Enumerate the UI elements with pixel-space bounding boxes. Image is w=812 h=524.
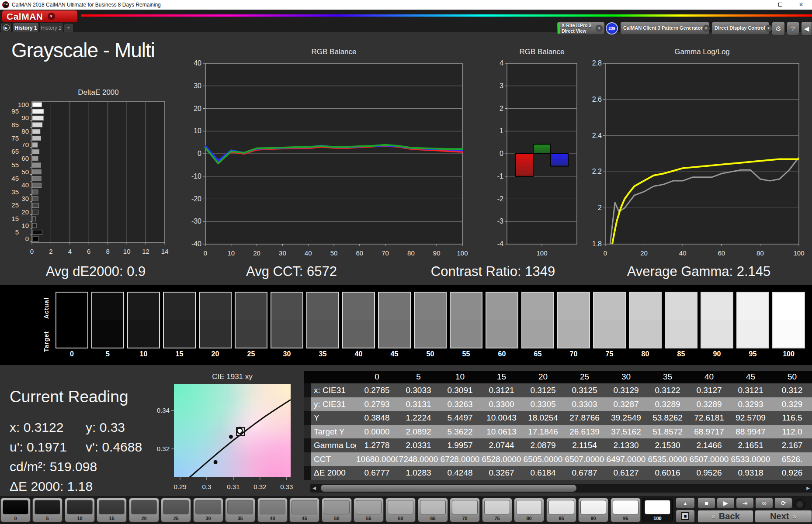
table-cell: 1.2224 — [398, 411, 439, 425]
table-row-label: x: CIE31 — [311, 383, 356, 397]
pattern-level-button-25[interactable]: 25 — [161, 498, 191, 522]
grayscale-swatch-strip: Actual Target 05101520253035404550556065… — [0, 285, 812, 365]
scroll-right-button[interactable]: ▶ — [804, 484, 812, 493]
pattern-level-button-0[interactable]: 0 — [0, 498, 31, 522]
pattern-generator-dropdown[interactable]: CalMAN Client 3 Pattern Generator ▼ — [620, 22, 710, 35]
svg-text:-4: -4 — [497, 240, 503, 248]
svg-text:0.29: 0.29 — [174, 483, 186, 490]
pattern-patch — [35, 500, 60, 514]
pattern-level-button-70[interactable]: 70 — [450, 498, 480, 522]
chevron-down-icon: ▼ — [703, 25, 710, 32]
swatch-label: 90 — [701, 350, 733, 358]
pattern-patch — [131, 500, 157, 514]
pattern-level-label: 15 — [97, 516, 126, 521]
settings-button[interactable]: ⚙ — [772, 21, 785, 35]
svg-text:3: 3 — [500, 82, 503, 90]
table-cell: 0.6777 — [356, 466, 398, 480]
pattern-up-button[interactable]: ▲ — [676, 497, 695, 509]
close-button[interactable]: × — [794, 0, 809, 10]
table-cell: 0.2793 — [356, 397, 398, 411]
table-cell: 0.926 — [771, 466, 812, 480]
next-button[interactable]: Next » — [755, 510, 812, 523]
pattern-level-button-30[interactable]: 30 — [193, 498, 223, 522]
stop-button[interactable]: ■ — [697, 497, 715, 509]
pattern-level-button-80[interactable]: 80 — [514, 498, 544, 522]
table-cell: 0.3125 — [522, 383, 564, 397]
continuous-button[interactable]: ∞ — [755, 497, 773, 509]
grayscale-swatch-55 — [450, 292, 482, 348]
pattern-level-button-15[interactable]: 15 — [97, 498, 127, 522]
meter-dropdown[interactable]: X-Rite i1Pro 2 Direct View ▼ — [557, 22, 605, 35]
pattern-level-button-90[interactable]: 90 — [578, 498, 608, 522]
table-row: Gamma Log/Log1.27782.03311.99572.07442.0… — [304, 438, 812, 452]
pattern-level-button-40[interactable]: 40 — [257, 498, 288, 522]
scroll-left-button[interactable]: ◀ — [310, 484, 318, 493]
pattern-window-button[interactable]: ■ — [676, 510, 695, 523]
pattern-level-button-35[interactable]: 35 — [225, 498, 255, 522]
table-cell: 2.0331 — [398, 438, 439, 452]
pattern-level-button-55[interactable]: 55 — [354, 498, 384, 522]
back-button[interactable]: « Back — [697, 510, 753, 523]
pattern-level-button-5[interactable]: 5 — [32, 498, 62, 522]
svg-text:0: 0 — [204, 249, 207, 257]
minimize-button[interactable]: — — [753, 0, 768, 10]
help-button[interactable]: ? — [787, 21, 799, 35]
logo-text: CalMAN — [7, 11, 43, 22]
svg-text:20: 20 — [640, 249, 648, 257]
swatch-label: 0 — [56, 350, 88, 358]
pattern-level-button-65[interactable]: 65 — [418, 498, 448, 522]
pattern-level-button-50[interactable]: 50 — [322, 498, 352, 522]
table-scrollbar[interactable]: ◀ ▶ — [310, 484, 812, 493]
pattern-level-button-10[interactable]: 10 — [65, 498, 95, 522]
step-button[interactable]: ⇥ — [736, 497, 754, 509]
pattern-level-button-100[interactable]: 100 — [642, 498, 673, 522]
table-row: y: CIE310.27930.31310.32630.33000.33050.… — [304, 397, 812, 411]
pattern-level-label: 70 — [450, 516, 479, 521]
maximize-button[interactable] — [773, 0, 788, 10]
swatch-label: 10 — [127, 350, 160, 358]
chevron-down-icon: ▼ — [765, 25, 772, 32]
grayscale-swatch-60 — [486, 292, 518, 348]
calman-logo-button[interactable]: CalMAN ▼ — [2, 10, 77, 22]
svg-text:15: 15 — [11, 215, 19, 222]
table-cell: 112.0 — [771, 425, 812, 439]
display-control-dropdown[interactable]: Direct Display Control ▼ — [711, 22, 770, 35]
svg-text:2.6: 2.6 — [592, 96, 602, 103]
svg-text:35: 35 — [11, 188, 19, 196]
play-button[interactable]: ▶ — [717, 497, 735, 509]
pattern-level-button-20[interactable]: 20 — [129, 498, 159, 522]
reading-v: v': 0.4688 — [86, 440, 142, 455]
pattern-patch — [163, 500, 189, 514]
table-cell: 2.1154 — [564, 438, 605, 452]
tab-scroll-button[interactable]: ▶ — [1, 23, 11, 32]
table-cell: 0.6787 — [564, 466, 605, 480]
pattern-level-label: 20 — [129, 516, 159, 521]
table-cell: 0.3289 — [688, 397, 730, 411]
swatch-label: 60 — [486, 350, 518, 358]
svg-text:-2: -2 — [497, 195, 503, 203]
collapse-panel-button[interactable]: ◀ — [801, 21, 812, 35]
table-cell: 10.0613 — [481, 425, 522, 439]
tab-history-1[interactable]: History 1 — [13, 23, 38, 32]
table-cell: 18.0254 — [522, 411, 564, 425]
pattern-level-button-75[interactable]: 75 — [482, 498, 512, 522]
add-tab-button[interactable]: + — [64, 24, 73, 32]
pattern-level-label: 60 — [386, 516, 415, 521]
refresh-button[interactable]: ⟳ — [774, 497, 792, 509]
pattern-level-button-45[interactable]: 45 — [289, 498, 319, 522]
scrollbar-thumb[interactable] — [321, 485, 576, 492]
pattern-level-button-85[interactable]: 85 — [546, 498, 576, 522]
table-cell: 0.3127 — [688, 383, 730, 397]
svg-text:0.34: 0.34 — [157, 407, 170, 414]
table-cell: 6535.0000 — [647, 452, 688, 466]
pattern-level-button-60[interactable]: 60 — [385, 498, 416, 522]
svg-text:-30: -30 — [191, 217, 201, 225]
pattern-level-button-95[interactable]: 95 — [611, 498, 641, 522]
svg-text:100: 100 — [18, 101, 29, 108]
table-column-header: 40 — [688, 371, 730, 383]
pattern-level-label: 75 — [482, 516, 512, 521]
svg-text:2: 2 — [598, 204, 602, 211]
svg-text:30: 30 — [21, 195, 29, 202]
svg-text:-1: -1 — [497, 172, 503, 180]
tab-history-2[interactable]: History 2 — [40, 23, 62, 32]
